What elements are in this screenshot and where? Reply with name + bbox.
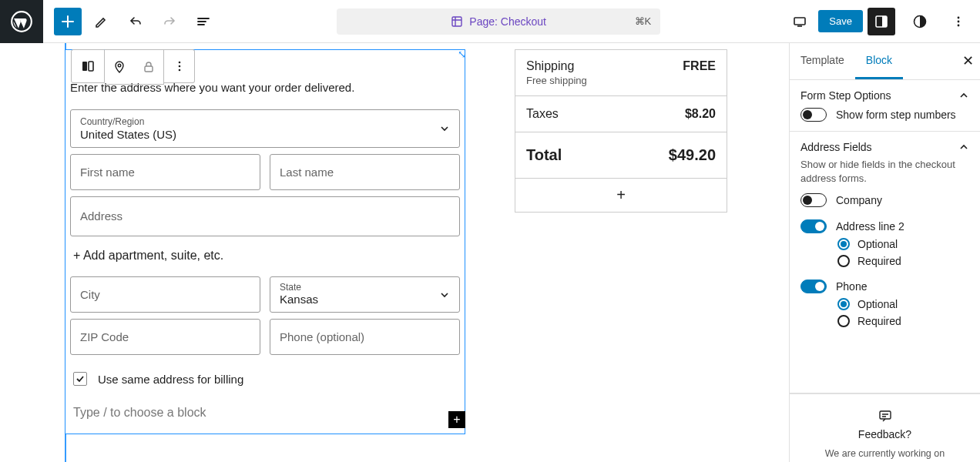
address-line2-label: Address line 2 [836,220,904,233]
country-select[interactable]: Country/Region United States (US) [70,109,460,148]
show-step-numbers-label: Show form step numbers [836,109,956,121]
phone-input[interactable]: Phone (optional) [270,319,460,355]
addr2-required-radio[interactable] [837,255,850,267]
shipping-label: Shipping [526,59,574,73]
keyboard-shortcut: ⌘K [635,15,652,27]
block-more-icon[interactable] [164,49,195,83]
svg-point-11 [118,64,121,67]
add-block-inline-button[interactable]: + [448,411,465,428]
zip-input[interactable]: ZIP Code [70,319,260,355]
shipping-address-block[interactable]: ⤡ Enter the address where you want your … [65,49,465,434]
svg-point-6 [958,16,960,18]
required-label: Required [858,315,901,327]
address-fields-help: Show or hide fields in the checkout addr… [800,158,969,186]
edit-icon[interactable] [88,8,116,35]
total-label: Total [526,146,562,164]
feedback-icon [800,408,969,424]
lock-icon[interactable] [134,50,163,84]
chevron-up-icon[interactable] [958,142,969,152]
tab-template[interactable]: Template [790,43,855,79]
close-sidebar-icon[interactable]: ✕ [962,52,974,69]
chevron-down-icon [439,290,450,300]
taxes-label: Taxes [526,107,559,121]
svg-point-8 [958,24,960,26]
inspector-sidebar: Template Block ✕ Form Step Options Show … [789,43,980,462]
show-step-numbers-toggle[interactable] [800,108,827,122]
country-value: United States (US) [80,128,450,141]
phone-label: Phone [836,280,867,293]
country-label: Country/Region [80,116,450,127]
order-summary: Shipping FREE Free shipping Taxes $8.20 … [515,49,727,434]
svg-rect-12 [145,66,153,72]
billing-checkbox[interactable] [73,372,87,386]
svg-rect-2 [794,18,805,25]
block-toolbar [71,49,195,85]
view-icon[interactable] [786,8,814,35]
page-title-pill[interactable]: Page: Checkout ⌘K [337,8,660,35]
add-block-summary-button[interactable]: + [515,179,727,213]
company-toggle[interactable] [800,193,827,207]
addr2-optional-radio[interactable] [837,238,850,250]
svg-point-15 [178,69,180,72]
state-value: Kansas [280,293,450,306]
address-fields-title: Address Fields [800,141,872,153]
page-title-text: Checkout [501,15,546,28]
svg-rect-9 [82,62,87,71]
page-icon [451,15,463,28]
svg-rect-1 [452,17,461,26]
address-input[interactable]: Address [80,209,123,223]
required-label: Required [858,255,901,267]
page-prefix: Page: [469,15,498,28]
last-name-input[interactable]: Last name [270,154,460,190]
phone-required-radio[interactable] [837,315,850,327]
total-value: $49.20 [669,146,716,164]
document-overview-button[interactable] [190,8,217,35]
first-name-input[interactable]: First name [70,154,260,190]
taxes-value: $8.20 [685,107,716,121]
tab-block[interactable]: Block [855,43,903,79]
optional-label: Optional [858,238,898,250]
shipping-sub: Free shipping [515,75,727,95]
redo-button[interactable] [156,8,183,35]
feedback-title[interactable]: Feedback? [800,428,969,440]
optional-label: Optional [858,298,898,310]
styles-icon[interactable] [906,8,934,35]
phone-toggle[interactable] [800,280,827,293]
save-button[interactable]: Save [818,10,863,32]
shipping-value: FREE [683,59,716,73]
undo-button[interactable] [122,8,149,35]
block-appender[interactable]: Type / to choose a block + [65,393,465,427]
svg-rect-4 [882,16,887,27]
svg-point-14 [178,65,180,68]
state-select[interactable]: State Kansas [270,276,460,313]
more-options-icon[interactable] [945,8,972,35]
wordpress-logo[interactable] [0,0,43,43]
add-apartment-link[interactable]: + Add apartment, suite, etc. [65,241,465,270]
chevron-down-icon [439,123,450,134]
state-label: State [280,282,450,293]
chevron-up-icon[interactable] [958,90,969,101]
resize-handle-icon[interactable]: ⤡ [458,49,466,60]
city-input[interactable]: City [70,276,260,313]
form-step-options-title: Form Step Options [800,89,891,102]
svg-point-7 [958,20,960,22]
settings-sidebar-toggle[interactable] [868,8,895,35]
address-line2-toggle[interactable] [800,219,827,233]
block-type-icon[interactable] [71,49,105,83]
add-block-button[interactable] [54,8,82,35]
svg-point-13 [178,62,180,64]
company-label: Company [836,194,882,206]
feedback-sub: We are currently working on [800,448,969,459]
billing-checkbox-label: Use same address for billing [98,373,243,386]
phone-optional-radio[interactable] [837,298,850,310]
svg-rect-10 [89,62,93,71]
svg-rect-16 [880,411,891,419]
location-pin-icon[interactable] [105,50,134,84]
